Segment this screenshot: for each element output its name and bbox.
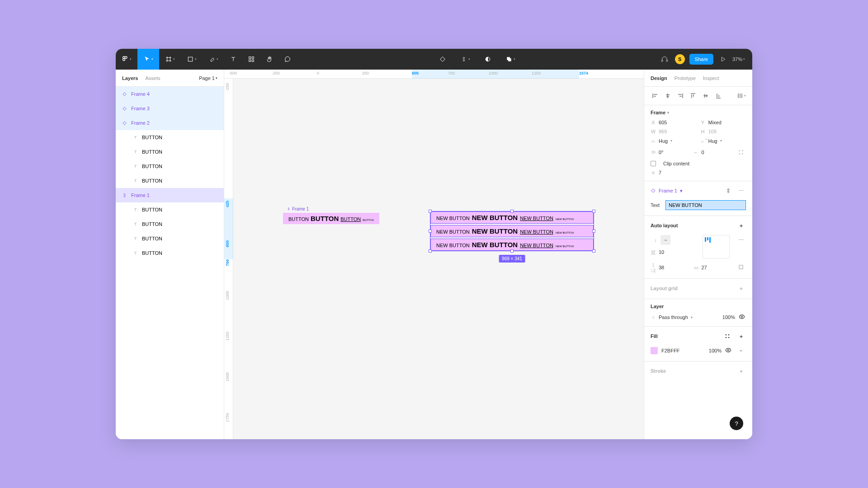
resize-handle-bl[interactable] xyxy=(429,249,432,253)
frame-label[interactable]: Frame 1 xyxy=(287,206,309,211)
mask-tool[interactable] xyxy=(479,49,497,70)
text-tool[interactable] xyxy=(224,49,242,70)
add-autolayout[interactable]: ＋ xyxy=(736,221,746,230)
resize-handle-t[interactable] xyxy=(510,210,514,213)
zoom-dropdown[interactable]: 37%▾ xyxy=(732,56,745,62)
left-tabs: Layers Assets Page 1▾ xyxy=(116,70,224,87)
frame-instance[interactable]: NEW BUTTONNEW BUTTONNEW BUTTONNEW BUTTON xyxy=(430,225,594,237)
frame-1-instance[interactable]: BUTTON BUTTON BUTTON BUTTON xyxy=(283,213,379,224)
help-button[interactable]: ? xyxy=(730,417,743,430)
frame-title[interactable]: Frame▾ xyxy=(651,110,746,115)
clip-checkbox[interactable] xyxy=(651,161,656,166)
component-chip[interactable]: Frame 1▾ xyxy=(651,188,683,194)
add-fill[interactable]: ＋ xyxy=(736,331,746,341)
layer-item[interactable]: Frame 4 xyxy=(116,87,224,101)
text-prop-input[interactable] xyxy=(665,200,746,210)
direction-horizontal[interactable]: → xyxy=(660,235,670,245)
resize-handle-b[interactable] xyxy=(510,249,514,253)
right-tabs: Design Prototype Inspect xyxy=(644,70,752,87)
fill-visibility[interactable] xyxy=(725,347,732,354)
layer-item[interactable]: BUTTON xyxy=(116,130,224,145)
menu-button[interactable]: ▾ xyxy=(116,49,137,70)
radius-detail[interactable] xyxy=(736,147,746,157)
canvas[interactable]: -500-2500250605750100012501574 -25042565… xyxy=(224,70,644,439)
layer-item[interactable]: BUTTON xyxy=(116,145,224,159)
align-bottom[interactable] xyxy=(713,90,724,101)
remove-fill[interactable]: − xyxy=(736,346,746,356)
radius-field[interactable]: ⌐0 xyxy=(693,147,733,157)
frame-instance[interactable]: NEW BUTTONNEW BUTTONNEW BUTTONNEW BUTTON xyxy=(430,239,594,251)
more-options[interactable]: ⋯ xyxy=(736,186,746,196)
direction-vertical[interactable]: ↓ xyxy=(651,235,660,245)
spacing-field[interactable]: ≡7 xyxy=(651,170,746,175)
hand-tool[interactable] xyxy=(260,49,278,70)
align-right[interactable] xyxy=(675,90,686,101)
padding-detail[interactable] xyxy=(736,262,746,272)
blend-field[interactable]: ○Pass through▾ xyxy=(651,314,719,320)
boolean-tool[interactable]: ▾ xyxy=(500,49,521,70)
x-field[interactable]: X605 xyxy=(651,120,697,125)
hresize-field[interactable]: ›‹Hug▾ xyxy=(651,138,697,144)
app-window: ▾ ▾ ▾ ▾ ▾ ▾ ▾ xyxy=(116,49,752,439)
pen-tool[interactable]: ▾ xyxy=(203,49,224,70)
frame-tool[interactable]: ▾ xyxy=(159,49,181,70)
align-top[interactable] xyxy=(688,90,698,101)
autolayout-more[interactable]: ⋯ xyxy=(736,235,746,245)
opacity-value[interactable]: 100% xyxy=(722,314,735,320)
resize-handle-tr[interactable] xyxy=(592,210,595,213)
move-tool[interactable]: ▾ xyxy=(137,49,159,70)
fill-styles[interactable] xyxy=(722,331,732,341)
avatar[interactable]: S xyxy=(675,54,685,64)
layer-item[interactable]: BUTTON xyxy=(116,174,224,188)
fill-opacity[interactable]: 100% xyxy=(709,348,722,353)
fill-swatch[interactable] xyxy=(651,347,658,354)
add-grid[interactable]: ＋ xyxy=(736,283,746,293)
resources-tool[interactable] xyxy=(242,49,260,70)
align-left[interactable] xyxy=(650,90,660,101)
layer-item[interactable]: BUTTON xyxy=(116,159,224,174)
component-set-tool[interactable]: ▾ xyxy=(454,49,476,70)
page-selector[interactable]: Page 1▾ xyxy=(199,75,217,81)
layer-item[interactable]: Frame 1 xyxy=(116,188,224,202)
rotation-field[interactable]: ⟳0° xyxy=(651,147,690,157)
align-vcenter[interactable] xyxy=(700,90,711,101)
tab-inspect[interactable]: Inspect xyxy=(703,75,719,81)
visibility-toggle[interactable] xyxy=(739,314,746,321)
y-field[interactable]: YMixed xyxy=(700,120,746,125)
layer-item[interactable]: BUTTON xyxy=(116,231,224,246)
selection-group[interactable]: NEW BUTTONNEW BUTTONNEW BUTTONNEW BUTTON… xyxy=(430,211,594,251)
fill-hex[interactable]: F2BFFF xyxy=(661,348,705,353)
resize-handle-tl[interactable] xyxy=(429,210,432,213)
layer-item[interactable]: BUTTON xyxy=(116,202,224,217)
gap-field[interactable]: ]|[10 xyxy=(651,249,696,255)
resize-handle-br[interactable] xyxy=(592,249,595,253)
layer-item[interactable]: BUTTON xyxy=(116,217,224,231)
audio-button[interactable] xyxy=(659,49,670,70)
layer-item[interactable]: Frame 3 xyxy=(116,101,224,116)
resize-handle-l[interactable] xyxy=(429,230,432,233)
direction-select[interactable]: ↓ → xyxy=(651,235,670,245)
tab-prototype[interactable]: Prototype xyxy=(675,75,696,81)
h-field[interactable]: H109 xyxy=(700,129,746,134)
swap-instance[interactable] xyxy=(723,186,733,196)
w-field[interactable]: W969 xyxy=(651,129,697,134)
align-hcenter[interactable] xyxy=(662,90,673,101)
layer-item[interactable]: Frame 2 xyxy=(116,116,224,130)
padv-field[interactable]: ▭27 xyxy=(693,262,733,273)
distribute[interactable]: ▾ xyxy=(736,90,747,101)
vresize-field[interactable]: ⌄⌃Hug▾ xyxy=(700,138,746,144)
frame-instance[interactable]: NEW BUTTONNEW BUTTONNEW BUTTONNEW BUTTON xyxy=(430,211,594,224)
add-stroke[interactable]: ＋ xyxy=(736,366,746,376)
layer-item[interactable]: BUTTON xyxy=(116,246,224,260)
tab-layers[interactable]: Layers xyxy=(122,75,138,81)
comment-tool[interactable] xyxy=(278,49,297,70)
alignment-box[interactable] xyxy=(703,235,730,258)
padh-field[interactable]: |□|38 xyxy=(651,262,690,273)
tab-design[interactable]: Design xyxy=(651,75,667,81)
present-button[interactable] xyxy=(718,49,728,70)
component-tool[interactable] xyxy=(434,49,452,70)
resize-handle-r[interactable] xyxy=(592,230,595,233)
shape-tool[interactable]: ▾ xyxy=(181,49,203,70)
share-button[interactable]: Share xyxy=(689,54,713,65)
tab-assets[interactable]: Assets xyxy=(145,75,160,81)
